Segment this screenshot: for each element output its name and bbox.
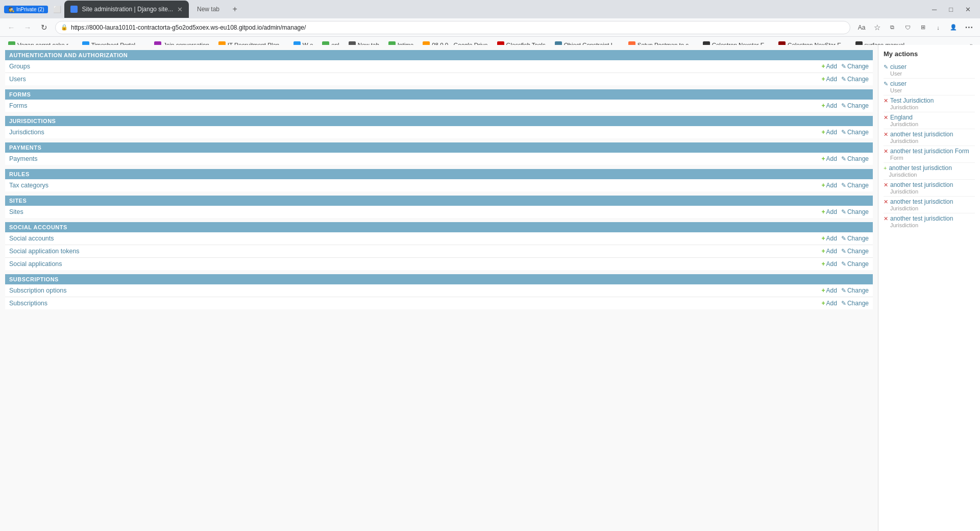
change-link[interactable]: ✎ Change [841, 63, 869, 70]
row-label[interactable]: Forms [9, 102, 822, 109]
add-link[interactable]: + Add [822, 76, 837, 83]
action-type: Jurisdiction [890, 188, 953, 195]
change-link[interactable]: ✎ Change [841, 248, 869, 255]
change-link[interactable]: ✎ Change [841, 260, 869, 268]
close-button[interactable]: ✕ [960, 4, 976, 15]
action-icon-delete: ✕ [884, 215, 888, 222]
action-content: another test jurisdiction Jurisdiction [889, 164, 951, 178]
new-tab-label: New tab [197, 6, 219, 13]
back-button[interactable]: ← [4, 20, 18, 35]
action-icon-delete: ✕ [884, 98, 888, 104]
address-text: https://8000-laura10101-contractorta-g5o… [71, 24, 306, 31]
section-header-jurisdictions: JURISDICTIONS [5, 116, 873, 126]
address-bar[interactable]: 🔒 https://8000-laura10101-contractorta-g… [55, 21, 850, 34]
row-label[interactable]: Sites [9, 208, 822, 215]
tab-group-button[interactable]: ⬜ [50, 2, 64, 16]
action-name[interactable]: another test jurisdiction [890, 181, 953, 188]
add-link[interactable]: + Add [822, 63, 837, 70]
add-link[interactable]: + Add [822, 129, 837, 136]
action-name[interactable]: another test jurisdiction [889, 164, 951, 172]
section-rows-forms: Forms+ Add✎ Change [5, 100, 873, 112]
split-view-button[interactable]: ⧉ [885, 20, 899, 35]
right-panel: My actions ✎ ciuser User ✎ ciuser User ✕… [878, 45, 980, 531]
row-actions: + Add✎ Change [822, 287, 869, 294]
action-name[interactable]: ciuser [890, 80, 906, 87]
action-name[interactable]: England [890, 114, 918, 121]
row-label[interactable]: Jurisdictions [9, 129, 822, 136]
add-link[interactable]: + Add [822, 300, 837, 307]
reader-button[interactable]: Aa [854, 20, 869, 35]
row-label[interactable]: Tax categorys [9, 182, 822, 189]
add-link[interactable]: + Add [822, 248, 837, 255]
action-name[interactable]: Test Jurisdiction [890, 97, 934, 104]
row-label[interactable]: Payments [9, 155, 822, 162]
collections-button[interactable]: ⊞ [916, 20, 930, 35]
row-label[interactable]: Subscription options [9, 287, 822, 294]
change-link[interactable]: ✎ Change [841, 155, 869, 162]
action-content: England Jurisdiction [890, 114, 918, 127]
change-link[interactable]: ✎ Change [841, 208, 869, 215]
change-link[interactable]: ✎ Change [841, 129, 869, 136]
browser-essentials-button[interactable]: 🛡 [900, 20, 915, 35]
add-link[interactable]: + Add [822, 235, 837, 242]
add-link[interactable]: + Add [822, 208, 837, 215]
action-content: ciuser User [890, 80, 906, 93]
action-name[interactable]: another test jurisdiction Form [890, 148, 969, 155]
row-label[interactable]: Social applications [9, 260, 822, 268]
add-tab-button[interactable]: + [228, 2, 242, 16]
forward-button[interactable]: → [20, 20, 35, 35]
row-actions: + Add✎ Change [822, 208, 869, 215]
row-label[interactable]: Social application tokens [9, 248, 822, 255]
change-link[interactable]: ✎ Change [841, 182, 869, 189]
change-link[interactable]: ✎ Change [841, 235, 869, 242]
row-actions: + Add✎ Change [822, 300, 869, 307]
action-name[interactable]: another test jurisdiction [890, 215, 953, 222]
profile-button[interactable]: 👤 [946, 20, 961, 35]
maximize-button[interactable]: □ [944, 4, 958, 15]
close-tab-icon[interactable]: ✕ [177, 6, 183, 13]
row-actions: + Add✎ Change [822, 260, 869, 268]
add-link[interactable]: + Add [822, 260, 837, 268]
plus-icon: + [822, 155, 825, 162]
action-icon-add: + [884, 165, 887, 171]
menu-button[interactable]: ⋯ [962, 20, 976, 35]
change-link[interactable]: ✎ Change [841, 300, 869, 307]
table-row: Forms+ Add✎ Change [5, 100, 873, 112]
row-label[interactable]: Users [9, 76, 822, 83]
active-tab[interactable]: Site administration | Django site... ✕ [64, 1, 189, 18]
row-label[interactable]: Social accounts [9, 235, 822, 242]
section-rows-payments: Payments+ Add✎ Change [5, 153, 873, 165]
nav-bar: ← → ↻ 🔒 https://8000-laura10101-contract… [0, 18, 980, 37]
my-actions-list: ✎ ciuser User ✎ ciuser User ✕ Test Juris… [884, 62, 975, 230]
action-type: User [890, 87, 906, 93]
new-tab[interactable]: New tab [189, 1, 228, 18]
table-row: Tax categorys+ Add✎ Change [5, 179, 873, 191]
action-type: Jurisdiction [889, 172, 951, 178]
change-link[interactable]: ✎ Change [841, 76, 869, 83]
row-label[interactable]: Groups [9, 63, 822, 70]
action-name[interactable]: another test jurisdiction [890, 131, 953, 138]
favorites-button[interactable]: ☆ [870, 20, 884, 35]
section-rules: RULESTax categorys+ Add✎ Change [5, 169, 873, 191]
add-link[interactable]: + Add [822, 182, 837, 189]
table-row: Groups+ Add✎ Change [5, 60, 873, 73]
change-link[interactable]: ✎ Change [841, 102, 869, 109]
list-item: ✕ another test jurisdiction Form Form [884, 146, 975, 163]
section-header-rules: RULES [5, 169, 873, 179]
add-link[interactable]: + Add [822, 155, 837, 162]
action-type: Jurisdiction [890, 104, 934, 110]
minimize-button[interactable]: ─ [927, 4, 942, 15]
reload-button[interactable]: ↻ [37, 20, 51, 35]
row-label[interactable]: Subscriptions [9, 300, 822, 307]
add-link[interactable]: + Add [822, 287, 837, 294]
plus-icon: + [822, 287, 825, 294]
action-name[interactable]: ciuser [890, 63, 906, 70]
action-content: ciuser User [890, 63, 906, 77]
action-name[interactable]: another test jurisdiction [890, 198, 953, 205]
change-link[interactable]: ✎ Change [841, 287, 869, 294]
pencil-icon: ✎ [841, 182, 846, 189]
pencil-icon: ✎ [841, 300, 846, 307]
section-payments: PAYMENTSPayments+ Add✎ Change [5, 142, 873, 165]
add-link[interactable]: + Add [822, 102, 837, 109]
download-button[interactable]: ↓ [931, 20, 945, 35]
